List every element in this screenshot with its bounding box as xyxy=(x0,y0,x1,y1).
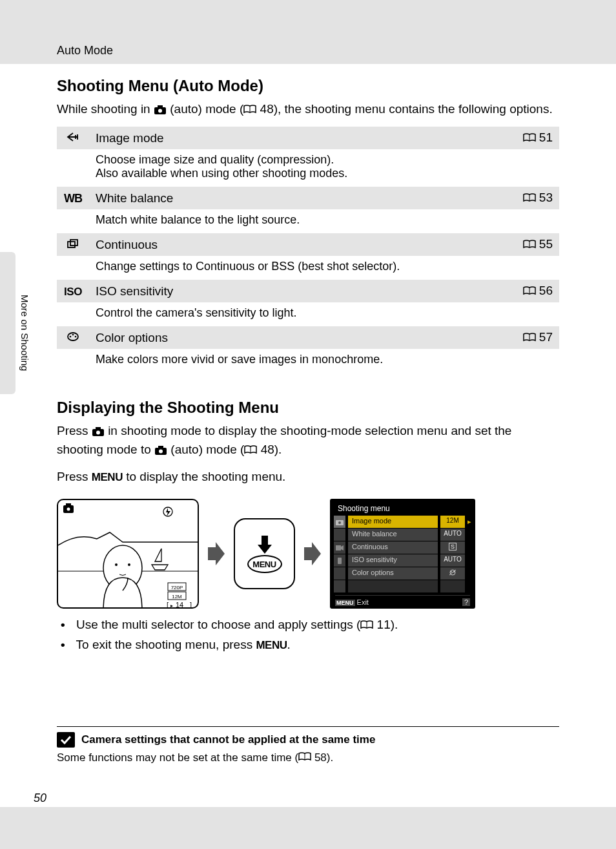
lcd-row-val: S xyxy=(440,541,465,554)
side-label: More on Shooting xyxy=(19,295,30,371)
section2-title: Displaying the Shooting Menu xyxy=(57,399,559,417)
svg-point-41 xyxy=(451,571,452,572)
svg-point-11 xyxy=(70,335,72,337)
svg-rect-19 xyxy=(158,446,163,448)
camera-icon xyxy=(92,423,105,441)
menu-button-label: MENU xyxy=(252,560,276,569)
svg-point-20 xyxy=(159,450,163,454)
book-icon xyxy=(298,751,311,764)
check-badge-icon xyxy=(57,732,75,748)
illustration-row: 720P 12M [14] ▸ MENU Shooting menu Image… xyxy=(57,499,559,609)
option-desc: Make colors more vivid or save images in… xyxy=(89,349,559,373)
page-content: Shooting Menu (Auto Mode) While shooting… xyxy=(0,64,616,807)
svg-point-29 xyxy=(128,563,130,566)
option-label: Continuous xyxy=(89,233,501,256)
svg-rect-6 xyxy=(68,242,75,247)
svg-text:[: [ xyxy=(167,601,169,609)
svg-rect-16 xyxy=(96,427,101,430)
lcd-row-label: Image mode xyxy=(348,516,438,528)
chapter-header: Auto Mode xyxy=(0,0,616,58)
section1-intro: While shooting in (auto) mode ( 48), the… xyxy=(57,100,559,119)
table-row: ISO ISO sensitivity 56 xyxy=(57,280,559,302)
help-icon: ? xyxy=(462,598,470,606)
movie-icon xyxy=(334,541,345,554)
option-desc: Choose image size and quality (compressi… xyxy=(89,149,559,187)
note-title: Camera settings that cannot be applied a… xyxy=(57,732,559,748)
note-box: Camera settings that cannot be applied a… xyxy=(57,726,559,765)
camera-icon xyxy=(154,441,167,460)
svg-rect-39 xyxy=(338,558,342,564)
book-icon xyxy=(523,131,536,145)
table-row: Continuous 55 xyxy=(57,233,559,256)
arrow-right-icon xyxy=(207,541,226,567)
menu-label: MENU xyxy=(92,471,123,483)
book-icon xyxy=(523,238,536,252)
list-item: To exit the shooting menu, press MENU. xyxy=(57,635,559,655)
svg-text:▸: ▸ xyxy=(170,603,173,609)
option-label: White balance xyxy=(89,187,501,209)
side-tab xyxy=(0,252,15,394)
lcd-row-val xyxy=(440,567,465,580)
table-row: Control the camera's sensitivity to ligh… xyxy=(57,302,559,326)
iso-icon: ISO xyxy=(64,286,82,298)
lcd-row-val: AUTO xyxy=(440,554,465,567)
table-row: Make colors more vivid or save images in… xyxy=(57,349,559,373)
lcd-row-label: Color options xyxy=(348,567,438,580)
lcd-footer: MENU MENU ExitExit ? xyxy=(335,595,470,606)
section1-title: Shooting Menu (Auto Mode) xyxy=(57,77,559,95)
bullet-list: Use the multi selector to choose and app… xyxy=(57,615,559,655)
section2-p1: Press in shooting mode to display the sh… xyxy=(57,422,559,459)
table-row: Change settings to Continuous or BSS (be… xyxy=(57,256,559,280)
menu-label: MENU xyxy=(256,639,287,651)
svg-point-12 xyxy=(72,333,74,335)
arrow-right-icon xyxy=(303,541,322,567)
book-icon xyxy=(523,284,536,299)
table-row: Image mode 51 xyxy=(57,127,559,149)
menu-button-illustration: MENU xyxy=(234,518,295,589)
setup-icon xyxy=(334,554,345,567)
book-icon xyxy=(360,616,373,635)
option-label: Image mode xyxy=(89,127,501,149)
svg-text:14: 14 xyxy=(176,601,183,609)
book-icon xyxy=(523,331,536,345)
camera-icon xyxy=(154,101,167,120)
note-body: Some functions may not be set at the sam… xyxy=(57,751,559,765)
chapter-title: Auto Mode xyxy=(57,44,113,57)
svg-rect-23 xyxy=(66,503,71,506)
option-label: Color options xyxy=(89,326,501,349)
camera-icon xyxy=(334,516,345,528)
lcd-row-val: 12M xyxy=(440,516,465,528)
svg-rect-38 xyxy=(336,545,341,550)
svg-point-17 xyxy=(96,430,100,434)
book-icon xyxy=(523,191,536,205)
svg-point-2 xyxy=(158,109,162,112)
svg-rect-7 xyxy=(70,240,77,246)
svg-text:]: ] xyxy=(190,601,192,609)
option-desc: Control the camera's sensitivity to ligh… xyxy=(89,302,559,326)
overlay-12m: 12M xyxy=(172,594,182,600)
table-row: WB White balance 53 xyxy=(57,187,559,209)
options-table: Image mode 51 Choose image size and qual… xyxy=(57,127,559,373)
continuous-icon xyxy=(67,238,79,251)
overlay-720p: 720P xyxy=(171,585,183,591)
lcd-title: Shooting menu xyxy=(338,504,471,513)
option-desc: Match white balance to the light source. xyxy=(89,209,559,233)
book-icon xyxy=(244,441,257,460)
image-mode-icon xyxy=(67,131,79,145)
option-label: ISO sensitivity xyxy=(89,280,501,302)
live-view-illustration: 720P 12M [14] ▸ xyxy=(57,499,199,609)
svg-point-24 xyxy=(67,508,70,511)
table-row: Match white balance to the light source. xyxy=(57,209,559,233)
table-row: Choose image size and quality (compressi… xyxy=(57,149,559,187)
color-icon xyxy=(67,331,79,344)
svg-point-37 xyxy=(338,521,341,524)
book-icon xyxy=(243,101,256,120)
svg-rect-1 xyxy=(158,105,163,108)
svg-point-13 xyxy=(75,335,77,337)
list-item: Use the multi selector to choose and app… xyxy=(57,615,559,635)
page-number: 50 xyxy=(34,791,46,805)
lcd-row-label: Continuous xyxy=(348,541,438,554)
table-row: Color options 57 xyxy=(57,326,559,349)
section2-p2: Press MENU to display the shooting menu. xyxy=(57,468,559,487)
lcd-row-label: White balance xyxy=(348,529,438,541)
